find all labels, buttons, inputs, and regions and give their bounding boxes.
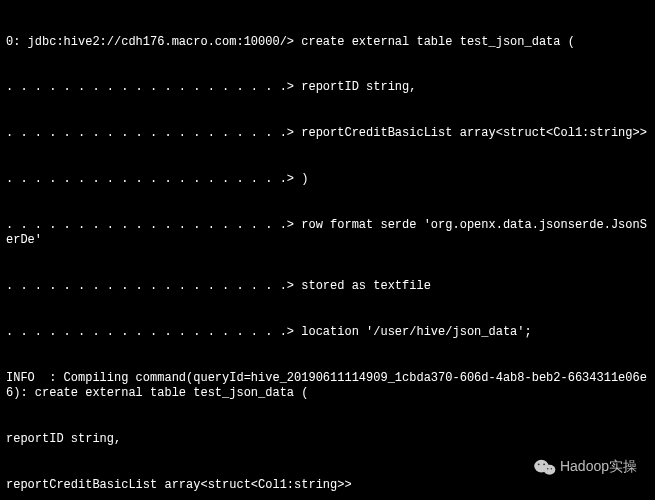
svg-point-4 (547, 468, 548, 469)
terminal-line: . . . . . . . . . . . . . . . . . . . .>… (6, 80, 649, 95)
watermark-text: Hadoop实操 (560, 459, 637, 474)
terminal-line: 0: jdbc:hive2://cdh176.macro.com:10000/>… (6, 35, 649, 50)
svg-point-1 (544, 465, 556, 475)
terminal-line: reportCreditBasicList array<struct<Col1:… (6, 478, 649, 493)
svg-point-2 (538, 463, 540, 465)
terminal-line: . . . . . . . . . . . . . . . . . . . .>… (6, 279, 649, 294)
terminal-line: INFO : Compiling command(queryId=hive_20… (6, 371, 649, 402)
terminal-output[interactable]: 0: jdbc:hive2://cdh176.macro.com:10000/>… (0, 0, 655, 500)
terminal-line: . . . . . . . . . . . . . . . . . . . .>… (6, 218, 649, 249)
terminal-line: . . . . . . . . . . . . . . . . . . . .>… (6, 126, 649, 141)
wechat-icon (534, 458, 556, 476)
svg-point-5 (551, 468, 552, 469)
svg-point-3 (543, 463, 545, 465)
terminal-line: . . . . . . . . . . . . . . . . . . . .>… (6, 172, 649, 187)
watermark: Hadoop实操 (534, 458, 637, 476)
terminal-line: reportID string, (6, 432, 649, 447)
terminal-line: . . . . . . . . . . . . . . . . . . . .>… (6, 325, 649, 340)
